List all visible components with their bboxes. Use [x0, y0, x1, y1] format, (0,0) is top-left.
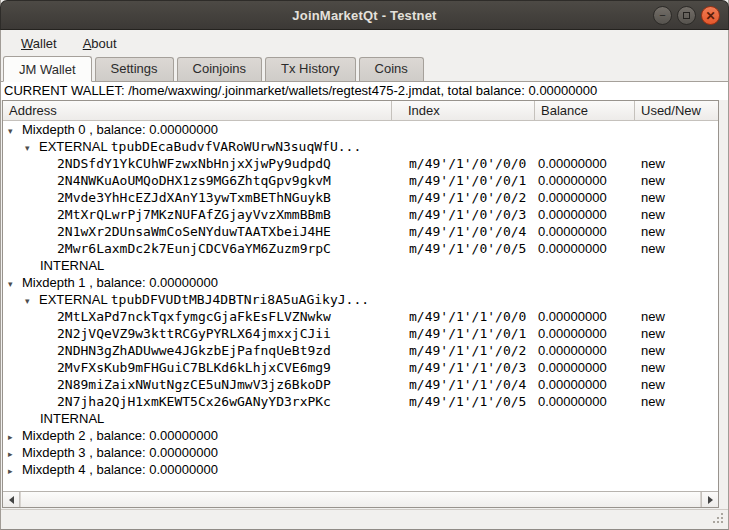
- index-cell: m/49'/1'/1'/0/3: [392, 359, 535, 376]
- address-row[interactable]: 2N1wXr2DUnsaWmCoSeNYduwTAATXbeiJ4HEm/49'…: [3, 223, 718, 240]
- maximize-button[interactable]: [677, 6, 696, 25]
- tab-coins[interactable]: Coins: [359, 57, 424, 81]
- tab-tx-history[interactable]: Tx History: [265, 57, 356, 81]
- status-cell: new: [635, 189, 718, 206]
- balance-cell: 0.00000000: [535, 342, 635, 359]
- address-row[interactable]: 2N7jha2QjH1xmKEWT5Cx26wGANyYD3rxPKcm/49'…: [3, 393, 718, 410]
- tree-body: ▾Mixdepth 0 , balance: 0.00000000▾EXTERN…: [3, 121, 718, 491]
- window-controls: − ✕: [653, 6, 720, 25]
- branch-internal-row[interactable]: INTERNAL: [3, 257, 718, 274]
- collapse-arrow-icon[interactable]: ▸: [8, 446, 22, 461]
- scroll-right-button[interactable]: [701, 492, 718, 507]
- address-row[interactable]: 2N4NWKuAoUMQoDHX1zs9MG6ZhtqGpv9gkvMm/49'…: [3, 172, 718, 189]
- title-bar[interactable]: JoinMarketQt - Testnet − ✕: [0, 0, 729, 30]
- close-icon: ✕: [705, 10, 715, 22]
- scroll-left-button[interactable]: [3, 492, 20, 507]
- address-row[interactable]: 2N89miZaixNWutNgzCE5uNJmwV3jz6BkoDPm/49'…: [3, 376, 718, 393]
- status-cell: new: [635, 172, 718, 189]
- index-cell: [392, 138, 535, 155]
- address-cell: 2MtLXaPd7nckTqxfymgcGjaFkEsFLVZNwkw: [3, 308, 392, 325]
- address-cell: 2Mwr6LaxmDc2k7EunjCDCV6aYM6Zuzm9rpC: [3, 240, 392, 257]
- menu-about[interactable]: About: [73, 33, 127, 54]
- scroll-right-icon: [708, 496, 713, 504]
- collapse-arrow-icon[interactable]: ▸: [8, 429, 22, 444]
- balance-cell: [535, 257, 635, 274]
- mixdepth-label: Mixdepth 0 , balance: 0.00000000: [22, 122, 218, 137]
- mixdepth-row[interactable]: ▸Mixdepth 3 , balance: 0.00000000: [3, 444, 718, 461]
- address-row[interactable]: 2MtLXaPd7nckTqxfymgcGjaFkEsFLVZNwkwm/49'…: [3, 308, 718, 325]
- mixdepth-row[interactable]: ▾Mixdepth 0 , balance: 0.00000000: [3, 121, 718, 138]
- mixdepth-row[interactable]: ▾Mixdepth 1 , balance: 0.00000000: [3, 274, 718, 291]
- balance-cell: 0.00000000: [535, 359, 635, 376]
- mixdepth-cell: ▾Mixdepth 0 , balance: 0.00000000: [3, 121, 392, 138]
- status-cell: new: [635, 223, 718, 240]
- mixdepth-row[interactable]: ▸Mixdepth 4 , balance: 0.00000000: [3, 461, 718, 478]
- close-button[interactable]: ✕: [701, 6, 720, 25]
- app-window: JoinMarketQt - Testnet − ✕ Wallet About …: [0, 0, 729, 530]
- balance-cell: [535, 444, 635, 461]
- minimize-icon: −: [659, 10, 665, 21]
- status-cell: [635, 291, 718, 308]
- address-row[interactable]: 2MvFXsKub9mFHGuiC7BLKd6kLhjxCVE6mg9m/49'…: [3, 359, 718, 376]
- branch-external-row[interactable]: ▾EXTERNAL tpubDEcaBudvfVARoWUrwN3suqWfU.…: [3, 138, 718, 155]
- branch-external-label: EXTERNAL: [39, 139, 111, 154]
- address-row[interactable]: 2N2jVQeVZ9w3kttRCGyPYRLX64jmxxjCJiim/49'…: [3, 325, 718, 342]
- balance-cell: [535, 291, 635, 308]
- resize-grip[interactable]: [711, 512, 724, 525]
- address-row[interactable]: 2NDSfdY1YkCUhWFzwxNbHnjxXjwPy9udpdQm/49'…: [3, 155, 718, 172]
- column-header-address[interactable]: Address: [3, 101, 392, 120]
- index-cell: m/49'/1'/1'/0/5: [392, 393, 535, 410]
- scroll-left-icon: [9, 496, 14, 504]
- balance-cell: 0.00000000: [535, 240, 635, 257]
- current-wallet-banner: CURRENT WALLET: /home/waxwing/.joinmarke…: [1, 82, 728, 100]
- expand-arrow-icon[interactable]: ▾: [25, 293, 39, 308]
- branch-label-cell: INTERNAL: [3, 410, 392, 427]
- expand-arrow-icon[interactable]: ▾: [8, 276, 22, 291]
- balance-cell: 0.00000000: [535, 223, 635, 240]
- address-row[interactable]: 2NDHN3gZhADUwwe4JGkzbEjPafnqUeBt9zdm/49'…: [3, 342, 718, 359]
- branch-internal-row[interactable]: INTERNAL: [3, 410, 718, 427]
- index-cell: m/49'/1'/1'/0/4: [392, 376, 535, 393]
- balance-cell: [535, 138, 635, 155]
- status-cell: [635, 257, 718, 274]
- expand-arrow-icon[interactable]: ▾: [25, 140, 39, 155]
- tab-coinjoins[interactable]: Coinjoins: [177, 57, 262, 81]
- mixdepth-label: Mixdepth 1 , balance: 0.00000000: [22, 275, 218, 290]
- branch-label-cell: ▾EXTERNAL tpubDFVUDtMBJ4DBTNri8A5uAGikyJ…: [3, 291, 392, 308]
- status-cell: [635, 138, 718, 155]
- column-header-index[interactable]: Index: [392, 101, 535, 120]
- tab-settings[interactable]: Settings: [95, 57, 174, 81]
- index-cell: [392, 410, 535, 427]
- status-cell: new: [635, 240, 718, 257]
- address-cell: 2MtXrQLwrPj7MKzNUFAfZGjayVvzXmmBBmB: [3, 206, 392, 223]
- status-cell: [635, 444, 718, 461]
- status-cell: new: [635, 308, 718, 325]
- status-cell: new: [635, 376, 718, 393]
- scrollbar-thumb[interactable]: [20, 492, 701, 507]
- mixdepth-cell: ▾Mixdepth 1 , balance: 0.00000000: [3, 274, 392, 291]
- tab-jm-wallet[interactable]: JM Wallet: [3, 56, 92, 82]
- wallet-tree: Address Index Balance Used/New ▾Mixdepth…: [2, 100, 719, 508]
- column-header-balance[interactable]: Balance: [535, 101, 635, 120]
- index-cell: m/49'/1'/0'/0/4: [392, 223, 535, 240]
- address-cell: 2Mvde3YhHcEZJdXAnY13ywTxmBEThNGuykB: [3, 189, 392, 206]
- minimize-button[interactable]: −: [653, 6, 672, 25]
- mixdepth-row[interactable]: ▸Mixdepth 2 , balance: 0.00000000: [3, 427, 718, 444]
- status-cell: new: [635, 342, 718, 359]
- index-cell: m/49'/1'/0'/0/5: [392, 240, 535, 257]
- mixdepth-cell: ▸Mixdepth 3 , balance: 0.00000000: [3, 444, 392, 461]
- horizontal-scrollbar[interactable]: [3, 491, 718, 507]
- address-row[interactable]: 2Mwr6LaxmDc2k7EunjCDCV6aYM6Zuzm9rpCm/49'…: [3, 240, 718, 257]
- address-row[interactable]: 2MtXrQLwrPj7MKzNUFAfZGjayVvzXmmBBmBm/49'…: [3, 206, 718, 223]
- collapse-arrow-icon[interactable]: ▸: [8, 463, 22, 478]
- mixdepth-label: Mixdepth 3 , balance: 0.00000000: [22, 445, 218, 460]
- branch-external-row[interactable]: ▾EXTERNAL tpubDFVUDtMBJ4DBTNri8A5uAGikyJ…: [3, 291, 718, 308]
- branch-label-cell: ▾EXTERNAL tpubDEcaBudvfVARoWUrwN3suqWfU.…: [3, 138, 392, 155]
- status-cell: [635, 274, 718, 291]
- column-header-used-new[interactable]: Used/New: [635, 101, 718, 120]
- expand-arrow-icon[interactable]: ▾: [8, 123, 22, 138]
- status-cell: [635, 121, 718, 138]
- menu-wallet[interactable]: Wallet: [11, 33, 67, 54]
- address-row[interactable]: 2Mvde3YhHcEZJdXAnY13ywTxmBEThNGuykBm/49'…: [3, 189, 718, 206]
- menu-wallet-rest: allet: [33, 36, 57, 51]
